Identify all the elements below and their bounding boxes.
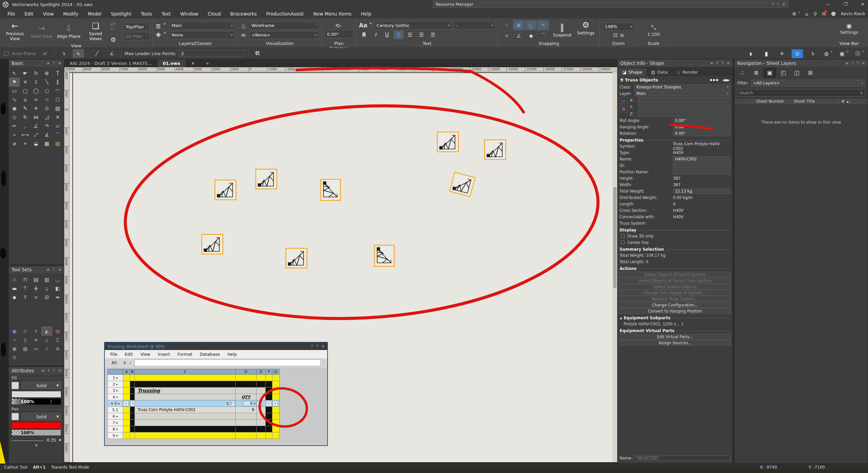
eyedropper-tool-icon[interactable]: ✎ [20, 104, 30, 113]
property-input[interactable] [673, 169, 730, 175]
row-disclosure-icon[interactable]: ▸ [116, 415, 118, 418]
change-trim-height-of-system----button[interactable]: Change Trim Height of System... [619, 290, 731, 296]
close-icon[interactable]: ✕ [862, 61, 865, 66]
close-icon[interactable]: ✕ [782, 2, 785, 7]
search-input[interactable]: Search ⚲ [737, 89, 865, 97]
menu-file[interactable]: File [3, 10, 19, 18]
dims-notes-toolset-icon[interactable]: ▭ [31, 344, 41, 353]
hoist-tool-icon[interactable]: ⍑ [20, 284, 30, 293]
attribute-wand-tool-icon[interactable]: ✶ [31, 104, 41, 113]
worksheet-row-6[interactable]: 6▸ [107, 413, 280, 420]
close-icon[interactable]: ✕ [58, 268, 61, 272]
close-icon[interactable]: ✕ [727, 61, 730, 66]
truss-object-4[interactable] [437, 132, 459, 152]
menu-icon[interactable]: ≡ [47, 268, 50, 272]
cell-C3[interactable]: Trussing [135, 388, 236, 394]
filter-dropdown[interactable]: <All Layers>▾ [751, 80, 865, 86]
cell-B4[interactable] [130, 394, 135, 400]
y-coordinate-input[interactable] [638, 104, 730, 110]
paint-roller-tool-icon[interactable]: ▨ [52, 139, 63, 148]
design-layers-icon[interactable]: ≣ [750, 68, 762, 77]
truss-object-7[interactable] [201, 234, 223, 254]
layer-dropdown[interactable]: Main▾ [634, 91, 730, 96]
maximize-button[interactable]: ❐ [843, 2, 847, 7]
cell-A8[interactable] [123, 426, 130, 432]
select-similar-tool-icon[interactable]: ⊙ [42, 104, 52, 113]
cell-B1[interactable] [130, 375, 135, 381]
dropdown-chip[interactable]: ▾ [130, 401, 135, 406]
truss-insert-tool-icon[interactable]: ⊟ [42, 293, 52, 302]
render-settings-icon[interactable]: ⚙ [111, 36, 121, 43]
regular-polygon-tool-icon[interactable]: ⬡ [52, 95, 63, 104]
minimize-button[interactable]: — [825, 2, 830, 7]
cell-A5[interactable]: ▾ [123, 400, 130, 407]
pin-icon[interactable]: ⍑ [316, 344, 318, 349]
menu-productionassist[interactable]: ProductionAssist [262, 10, 308, 18]
menu-spotlight[interactable]: Spotlight [107, 10, 136, 18]
hanging-angle-input[interactable]: 0.00° [673, 124, 730, 130]
cell-E8[interactable] [257, 426, 266, 432]
cell-G5[interactable]: ▾ [272, 400, 280, 407]
cell-E9[interactable] [257, 432, 266, 439]
column-header-sheet-title[interactable]: Sheet Title [792, 98, 839, 104]
property-input[interactable]: 12.13 kg [673, 189, 730, 194]
fillet-tool-icon[interactable]: ◞ [20, 122, 30, 130]
pin-icon[interactable]: ⍑ [857, 61, 859, 66]
tool-preferences-icon[interactable]: 🛠 [252, 49, 263, 58]
cell-F4[interactable] [266, 394, 272, 400]
rigging-truss-toolset-icon[interactable]: ◭ [42, 327, 52, 335]
cell-C9[interactable] [135, 432, 236, 439]
cell-A9[interactable] [123, 432, 130, 439]
cell-reference[interactable]: A5 [107, 360, 121, 365]
cell-E1[interactable] [257, 375, 266, 381]
arc-tool-icon[interactable]: ◠ [52, 86, 63, 95]
cell-B5[interactable]: ▾ [130, 400, 135, 407]
worksheet-row-1[interactable]: 1▸ [107, 375, 280, 381]
user-icon[interactable]: ☻ [831, 11, 836, 17]
smart-point-snap-icon[interactable]: ∠ [513, 31, 525, 41]
linear-dimension-tool-icon[interactable]: ⟷ [20, 130, 30, 139]
object-snap-icon[interactable]: ▣ [513, 20, 525, 30]
row-header-5[interactable]: ♦5▸ [107, 400, 123, 407]
db-qty-value[interactable]: 9 [243, 401, 254, 406]
tab-active-document[interactable]: 01.vwx [158, 59, 186, 67]
help-icon[interactable]: ? [716, 61, 718, 66]
truss-object-6[interactable] [449, 172, 475, 197]
row-disclosure-icon[interactable]: ▸ [116, 395, 118, 399]
references-icon[interactable]: ⊞ [804, 68, 816, 77]
extend-tool-icon[interactable]: ↷ [42, 122, 52, 130]
column-header-G[interactable]: G [272, 369, 280, 375]
drop-3d-tool-icon[interactable]: ⇩ [31, 78, 41, 86]
truss-run-tool-icon[interactable]: ▤ [31, 275, 41, 284]
worksheet-menu-help[interactable]: Help [224, 351, 240, 357]
fill-style-dropdown[interactable]: Solid▼ [22, 382, 61, 389]
cell-B9[interactable] [130, 432, 135, 439]
cell-F6[interactable] [266, 413, 272, 420]
trim-tool-icon[interactable]: ✕ [52, 113, 63, 122]
worksheet-row-4[interactable]: 4▸QTY [107, 394, 280, 400]
working-plane-icon[interactable]: ▱ [620, 97, 628, 104]
max-leader-input[interactable]: 2 [179, 50, 245, 57]
cell-G8[interactable] [272, 426, 280, 432]
pin-icon[interactable]: ⍑ [777, 2, 779, 7]
italic-button[interactable]: I [370, 30, 381, 39]
grid-snap-icon[interactable]: ⁘ [501, 20, 512, 30]
protractor-tool-icon[interactable]: ◒ [31, 139, 41, 148]
cell-E5.1[interactable] [257, 407, 266, 413]
worksheet-titlebar[interactable]: Trussing Worksheet @ 90% ?⍑✕ [105, 343, 327, 350]
angle-snap-icon[interactable]: ◺ [525, 20, 537, 30]
truss-object-9[interactable] [374, 245, 394, 267]
cell-D6[interactable] [236, 413, 257, 420]
layer-dropdown[interactable]: Main▾ [169, 22, 235, 30]
fit-page-icon[interactable]: ⧈ [620, 32, 624, 38]
rotate-tool-icon[interactable]: ↻ [20, 113, 30, 122]
cell-D5.1[interactable]: 9 [236, 407, 257, 413]
suspend-snapping-button[interactable]: ‖Suspend [552, 23, 573, 38]
worksheet-row-3[interactable]: 3▸Trussing [107, 388, 280, 394]
building-shell-toolset-icon[interactable]: ⌂ [42, 335, 52, 344]
column-header-#[interactable]: # ▲ [839, 98, 851, 104]
render-mode-icon[interactable]: ♨ [241, 22, 246, 30]
eye-icon[interactable]: ◉ [846, 22, 852, 29]
chevron-down-icon[interactable]: ˅ [323, 361, 324, 365]
truss-object-5[interactable] [484, 140, 506, 160]
